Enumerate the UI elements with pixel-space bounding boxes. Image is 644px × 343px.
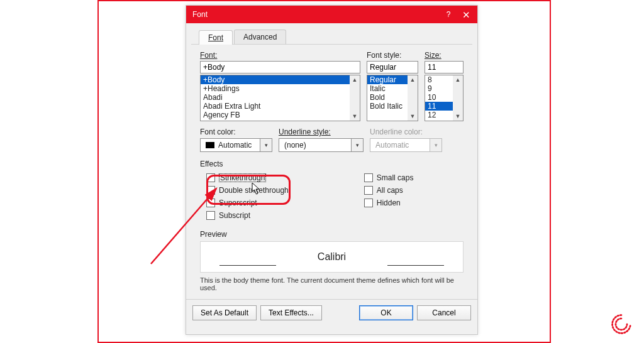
checkbox-double-strikethrough[interactable]: Double strikethrough: [206, 186, 289, 195]
preview-sample: Calibri: [318, 251, 346, 263]
label-fontcolor: Font color:: [200, 128, 272, 136]
ustyle-combo[interactable]: (none) ▾: [279, 138, 364, 152]
label-size: Size:: [425, 51, 464, 60]
chevron-down-icon: ▾: [260, 138, 272, 152]
list-item[interactable]: Regular: [367, 75, 408, 84]
title-text: Font: [192, 10, 442, 19]
chevron-down-icon: ▾: [430, 138, 442, 152]
tabstrip: Font Advanced: [191, 23, 472, 45]
list-item[interactable]: Bold: [367, 93, 408, 102]
scrollbar-style[interactable]: ▲▼: [408, 75, 418, 121]
list-item[interactable]: 12: [425, 111, 453, 119]
checkbox-smallcaps[interactable]: Small caps: [364, 173, 414, 182]
list-item[interactable]: Bold Italic: [367, 102, 408, 111]
help-button[interactable]: ?: [442, 10, 455, 19]
titlebar: Font ? ✕: [186, 6, 477, 23]
scrollbar-font[interactable]: ▲▼: [350, 75, 360, 121]
cancel-button[interactable]: Cancel: [417, 305, 471, 320]
label-style: Font style:: [367, 51, 418, 60]
list-item[interactable]: Agency FB: [201, 111, 350, 119]
font-dialog: Font ? ✕ Font Advanced Font: +Body+Headi…: [186, 5, 478, 335]
list-item[interactable]: 10: [425, 93, 453, 102]
label-ustyle: Underline style:: [279, 128, 364, 136]
size-listbox[interactable]: 89101112 ▲▼: [425, 75, 464, 121]
checkbox-allcaps[interactable]: All caps: [364, 186, 414, 195]
list-item[interactable]: 8: [425, 75, 453, 84]
label-font: Font:: [200, 51, 360, 60]
preview-title: Preview: [200, 230, 464, 239]
list-item[interactable]: 9: [425, 84, 453, 93]
checkbox-strikethrough[interactable]: Strikethrough: [206, 173, 289, 182]
font-listbox[interactable]: +Body+HeadingsAbadiAbadi Extra LightAgen…: [200, 75, 360, 121]
close-icon: ✕: [462, 10, 470, 19]
preview-pane: Calibri: [200, 241, 464, 273]
checkbox-hidden[interactable]: Hidden: [364, 199, 414, 207]
font-input[interactable]: [200, 61, 360, 74]
brand-logo-icon: [610, 313, 633, 335]
color-swatch: [206, 142, 214, 148]
checkbox-subscript[interactable]: Subscript: [206, 211, 289, 220]
list-item[interactable]: Italic: [367, 84, 408, 93]
scrollbar-size[interactable]: ▲▼: [453, 75, 463, 121]
preview-note: This is the body theme font. The current…: [200, 276, 464, 291]
style-input[interactable]: [367, 61, 418, 74]
text-effects-button[interactable]: Text Effects...: [260, 305, 322, 320]
size-input[interactable]: [425, 61, 464, 74]
chevron-down-icon: ▾: [351, 138, 364, 152]
tab-advanced[interactable]: Advanced: [234, 30, 286, 44]
close-button[interactable]: ✕: [455, 6, 477, 23]
style-listbox[interactable]: RegularItalicBoldBold Italic ▲▼: [367, 75, 418, 121]
tab-font[interactable]: Font: [199, 30, 233, 45]
list-item[interactable]: Abadi Extra Light: [201, 102, 350, 111]
checkbox-superscript[interactable]: Superscript: [206, 199, 289, 207]
ok-button[interactable]: OK: [359, 305, 413, 320]
fontcolor-combo[interactable]: Automatic ▾: [200, 138, 272, 152]
ucolor-combo: Automatic ▾: [370, 138, 442, 152]
list-item[interactable]: Abadi: [201, 93, 350, 102]
list-item[interactable]: 11: [425, 102, 453, 111]
set-default-button[interactable]: Set As Default: [192, 305, 257, 320]
list-item[interactable]: +Body: [201, 75, 350, 84]
label-ucolor: Underline color:: [370, 128, 442, 136]
list-item[interactable]: +Headings: [201, 84, 350, 93]
effects-title: Effects: [200, 160, 464, 168]
